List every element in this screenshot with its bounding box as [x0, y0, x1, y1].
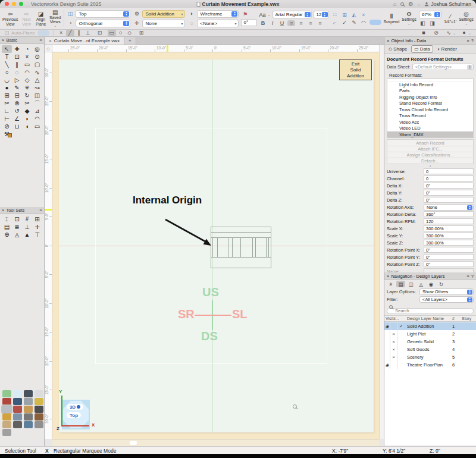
toolset-tool-icon[interactable]: ⊡ — [12, 215, 22, 223]
palette-menu-icon[interactable]: ≡ — [40, 208, 42, 213]
record-format-item[interactable]: Stand Record Format — [387, 101, 473, 107]
text-style-icon[interactable]: Aa — [259, 12, 265, 18]
tool-icon[interactable]: ⊞ — [2, 92, 12, 99]
split-tool-icon[interactable]: ✂ — [22, 99, 32, 107]
toolset-category-icon[interactable] — [2, 421, 11, 428]
lasso-marquee-icon[interactable]: ○ — [117, 30, 125, 36]
view-top-label[interactable]: Top — [67, 412, 81, 418]
close-icon[interactable]: × — [387, 274, 389, 279]
dimension-tool-icon[interactable]: ⊢ — [2, 115, 12, 123]
scale-z-field[interactable]: 300.00% — [424, 240, 474, 246]
solid-mode-dropdown[interactable]: Solid Addition — [142, 10, 185, 18]
scrollbar-thumb[interactable] — [130, 441, 137, 445]
toolset-tool-icon[interactable]: ⌶ — [2, 215, 12, 223]
pencil-mode-icon[interactable]: ✎ — [350, 20, 358, 26]
nav-classes-icon[interactable]: ✳ — [386, 281, 395, 287]
help-icon[interactable]: ? — [471, 274, 474, 279]
working-plane-axes-icon[interactable]: ⊥ — [84, 30, 92, 36]
freehand-tool-icon[interactable]: ∿ — [32, 68, 42, 76]
tool-icon[interactable]: × — [22, 53, 32, 61]
scale-y-field[interactable]: 300.00% — [424, 233, 474, 239]
filter-dropdown[interactable]: <All Layers> — [419, 296, 474, 303]
toolset-tool-icon[interactable]: ⊞ — [32, 215, 42, 223]
rotation-rpm-field[interactable]: 120 — [424, 218, 474, 224]
capsule-toggle-icon[interactable] — [369, 20, 381, 25]
group-options-icon[interactable]: ⊡ — [96, 30, 104, 36]
rotation-axis-dropdown[interactable]: None — [424, 204, 474, 211]
angular-dimension-tool-icon[interactable]: ∠ — [12, 115, 22, 123]
record-format-item[interactable]: Rigging Object Info — [387, 94, 473, 101]
toolset-category-icon[interactable] — [24, 421, 33, 428]
toolset-category-icon[interactable] — [35, 413, 43, 421]
chamfer-tool-icon[interactable]: ∟ — [2, 107, 12, 115]
tab-data[interactable]: ▭Data — [411, 45, 433, 53]
snap-angle-icon[interactable]: ╱ — [66, 30, 74, 36]
toolset-category-icon[interactable] — [24, 398, 33, 405]
fill-color-icon[interactable]: ■ — [419, 30, 428, 36]
toolset-tool-icon[interactable]: # — [22, 215, 32, 223]
tool-icon[interactable]: ⊟ — [12, 92, 22, 99]
slab-tool-icon[interactable]: ▭ — [32, 123, 42, 130]
document-tab[interactable]: ×Curtain Move...nt Example.vwx — [45, 37, 124, 45]
font-size-dropdown[interactable]: 12 — [314, 11, 329, 18]
line-tool-icon[interactable]: ╲ — [2, 61, 12, 68]
toolset-category-icon[interactable] — [24, 406, 33, 413]
toolset-category-icon[interactable] — [13, 398, 22, 405]
delta-x-field[interactable]: 0" — [424, 183, 474, 189]
grid-snap-icon[interactable]: ⊞ — [137, 30, 146, 36]
eyedropper-tool-icon[interactable]: ✎ — [12, 84, 22, 92]
visible-eye-icon[interactable] — [385, 362, 389, 368]
double-line-tool-icon[interactable]: ∥ — [12, 61, 22, 68]
underline-button[interactable]: U — [278, 20, 286, 26]
universe-field[interactable]: 0 — [424, 168, 474, 174]
move-icon[interactable]: ✛ — [133, 20, 140, 26]
navigation-titlebar[interactable]: ×Navigation - Design Layers≡? — [384, 272, 476, 280]
constraint-x-icon[interactable]: × — [360, 12, 368, 18]
close-icon[interactable]: × — [2, 37, 4, 43]
tool-icon[interactable]: ◗ — [22, 115, 32, 123]
toolset-category-icon[interactable] — [35, 421, 43, 428]
nav-references-icon[interactable]: ↻ — [437, 281, 446, 287]
oval-tool-icon[interactable]: ◌ — [12, 68, 22, 76]
close-window-button[interactable] — [5, 2, 9, 6]
rectangle-tool-icon[interactable]: ▭ — [22, 61, 32, 68]
zoom-level-dropdown[interactable]: 67% — [419, 11, 441, 18]
mode-gear-icon[interactable]: ⚙ — [133, 11, 140, 17]
panel-menu-icon[interactable]: ≡ — [466, 38, 469, 43]
layer-row[interactable]: ×Scenery5 — [384, 353, 476, 361]
projection-dropdown[interactable]: Orthogonal — [76, 20, 130, 27]
toolset-category-icon[interactable] — [13, 406, 22, 413]
next-view-button[interactable]: ⇨Next View — [20, 11, 32, 26]
rotation-point-x-field[interactable]: 0" — [424, 247, 474, 253]
drawing-canvas[interactable]: Exit Solid Addition Internal Origin — [52, 52, 379, 439]
arch-tool-icon[interactable]: ◠ — [32, 115, 42, 123]
align-justify-button[interactable]: ≡ — [316, 20, 324, 26]
snap-none-icon[interactable]: × — [57, 30, 65, 36]
column-story[interactable]: Story — [462, 316, 476, 321]
layer-row[interactable]: ×Light Plot2 — [384, 330, 476, 338]
close-icon[interactable]: × — [2, 208, 4, 213]
toolset-tool-icon[interactable]: ▲ — [22, 231, 32, 239]
polygon-tool-icon[interactable]: ▷ — [12, 76, 22, 84]
fit-objects-icon[interactable]: ◨ — [428, 20, 436, 26]
tool-icon[interactable]: ⊙ — [32, 53, 42, 61]
basic-palette-titlebar[interactable]: ×Basic≡ — [0, 37, 44, 44]
hidden-x-icon[interactable]: × — [390, 330, 397, 338]
tab-shape[interactable]: ◇Shape — [386, 45, 410, 53]
nav-design-layers-icon[interactable]: ▤ — [396, 281, 405, 287]
toolset-category-icon[interactable] — [35, 390, 43, 397]
pan-tool-icon[interactable]: ✚ — [12, 45, 22, 53]
toolset-category-icon[interactable] — [2, 429, 11, 436]
fill-tool-icon[interactable]: ● — [2, 84, 12, 92]
user-account-button[interactable]: Joshua Schulman — [424, 1, 471, 7]
channel-field[interactable]: 0 — [424, 175, 474, 181]
close-tab-icon[interactable]: × — [49, 38, 52, 43]
layer-options-dropdown[interactable]: Show Others — [419, 288, 474, 295]
dome-tool-icon[interactable]: ◖ — [22, 123, 32, 130]
toolset-tool-icon[interactable]: ⊕ — [2, 231, 12, 239]
text-tool-icon[interactable]: T — [2, 53, 12, 61]
rotation-delta-field[interactable]: 360° — [424, 211, 474, 217]
render-mode-dropdown[interactable]: Wireframe — [197, 10, 239, 18]
tool-icon[interactable]: ◆ — [22, 107, 32, 115]
tool-icon[interactable]: ⊡ — [12, 53, 22, 61]
